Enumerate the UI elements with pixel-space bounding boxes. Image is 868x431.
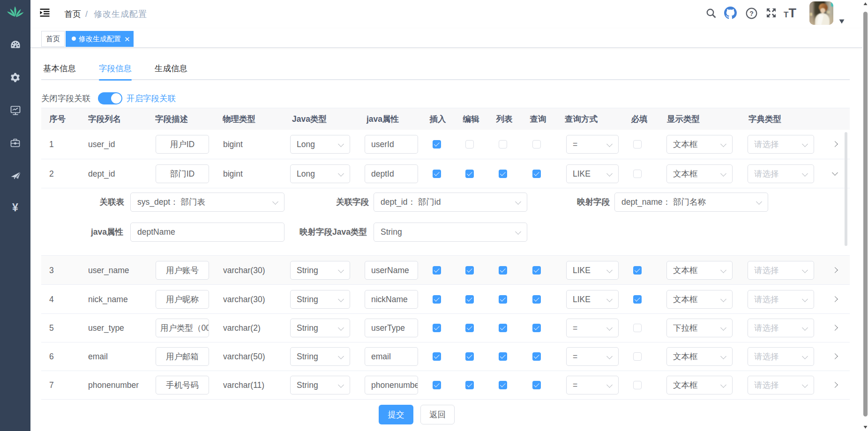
svg-text:?: ?	[749, 10, 754, 17]
